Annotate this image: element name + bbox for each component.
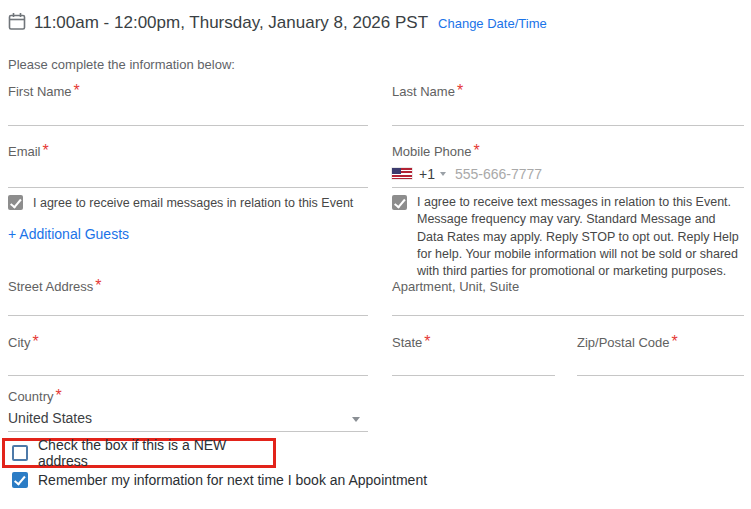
change-date-time-link[interactable]: Change Date/Time: [438, 16, 547, 31]
email-input[interactable]: [8, 162, 368, 188]
first-name-field-group: First Name*: [8, 82, 368, 126]
last-name-field-group: Last Name*: [392, 82, 744, 126]
sms-consent-label: I agree to receive text messages in rela…: [417, 194, 744, 280]
first-name-input[interactable]: [8, 100, 368, 126]
state-field-group: State*: [392, 333, 555, 376]
required-asterisk: *: [56, 387, 62, 404]
email-field-group: Email*: [8, 142, 368, 188]
appointment-header: 11:00am - 12:00pm, Thursday, January 8, …: [8, 11, 547, 35]
new-address-label: Check the box if this is a NEW address: [38, 437, 273, 469]
appointment-datetime: 11:00am - 12:00pm, Thursday, January 8, …: [34, 13, 428, 33]
required-asterisk: *: [457, 82, 463, 99]
remember-info-label: Remember my information for next time I …: [38, 472, 427, 488]
remember-info-row: Remember my information for next time I …: [12, 472, 532, 488]
calendar-icon: [8, 12, 26, 35]
sms-consent-row: I agree to receive text messages in rela…: [392, 195, 744, 280]
country-field-group: Country* United States: [8, 387, 368, 432]
street-address-field-group: Street Address*: [8, 277, 368, 316]
us-flag-icon[interactable]: [392, 168, 412, 179]
mobile-phone-label: Mobile Phone: [392, 144, 472, 159]
state-input[interactable]: [392, 352, 555, 376]
city-label: City: [8, 335, 30, 350]
email-consent-checkbox[interactable]: [8, 195, 23, 210]
first-name-label: First Name: [8, 84, 72, 99]
sms-consent-checkbox[interactable]: [392, 195, 407, 210]
last-name-input[interactable]: [392, 100, 744, 126]
street-address-label: Street Address: [8, 279, 93, 294]
required-asterisk: *: [74, 82, 80, 99]
state-label: State: [392, 335, 422, 350]
required-asterisk: *: [424, 333, 430, 350]
email-consent-label: I agree to receive email messages in rel…: [33, 196, 353, 211]
city-input[interactable]: [8, 352, 368, 376]
required-asterisk: *: [95, 277, 101, 294]
country-code-caret-icon[interactable]: [440, 172, 446, 176]
country-code-value[interactable]: +1: [419, 166, 435, 182]
new-address-checkbox[interactable]: [12, 445, 28, 461]
country-selected-value: United States: [8, 410, 92, 426]
required-asterisk: *: [474, 142, 480, 159]
required-asterisk: *: [43, 142, 49, 159]
mobile-phone-input[interactable]: [455, 166, 744, 182]
mobile-phone-row: +1: [392, 160, 744, 188]
country-select[interactable]: United States: [8, 408, 368, 432]
city-field-group: City*: [8, 333, 368, 376]
street-address-input[interactable]: [8, 294, 368, 316]
email-label: Email: [8, 144, 41, 159]
required-asterisk: *: [672, 333, 678, 350]
additional-guests-link[interactable]: + Additional Guests: [8, 226, 129, 242]
remember-info-checkbox[interactable]: [12, 472, 28, 488]
apartment-input[interactable]: [392, 294, 744, 316]
apartment-label: Apartment, Unit, Suite: [392, 279, 519, 294]
zip-label: Zip/Postal Code: [577, 335, 670, 350]
mobile-phone-field-group: Mobile Phone* +1: [392, 142, 744, 188]
required-asterisk: *: [32, 333, 38, 350]
country-select-caret-icon: [352, 417, 360, 422]
appointment-booking-form: 11:00am - 12:00pm, Thursday, January 8, …: [0, 0, 751, 509]
zip-field-group: Zip/Postal Code*: [577, 333, 744, 376]
form-intro-text: Please complete the information below:: [8, 57, 235, 72]
last-name-label: Last Name: [392, 84, 455, 99]
country-label: Country: [8, 389, 54, 404]
zip-input[interactable]: [577, 352, 744, 376]
apartment-field-group: Apartment, Unit, Suite: [392, 277, 744, 316]
new-address-highlight-box: Check the box if this is a NEW address: [2, 438, 276, 468]
email-consent-row: I agree to receive email messages in rel…: [8, 195, 383, 211]
